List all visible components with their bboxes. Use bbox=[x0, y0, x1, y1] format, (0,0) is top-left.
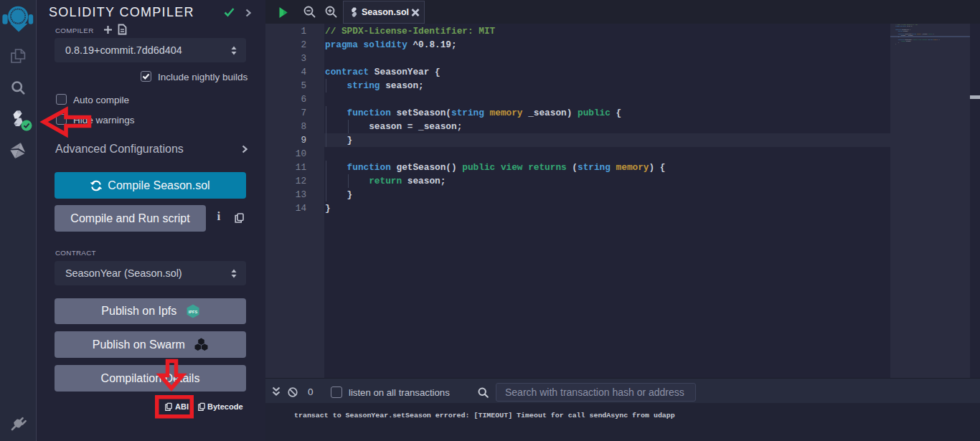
svg-text:IPFS: IPFS bbox=[188, 310, 197, 314]
